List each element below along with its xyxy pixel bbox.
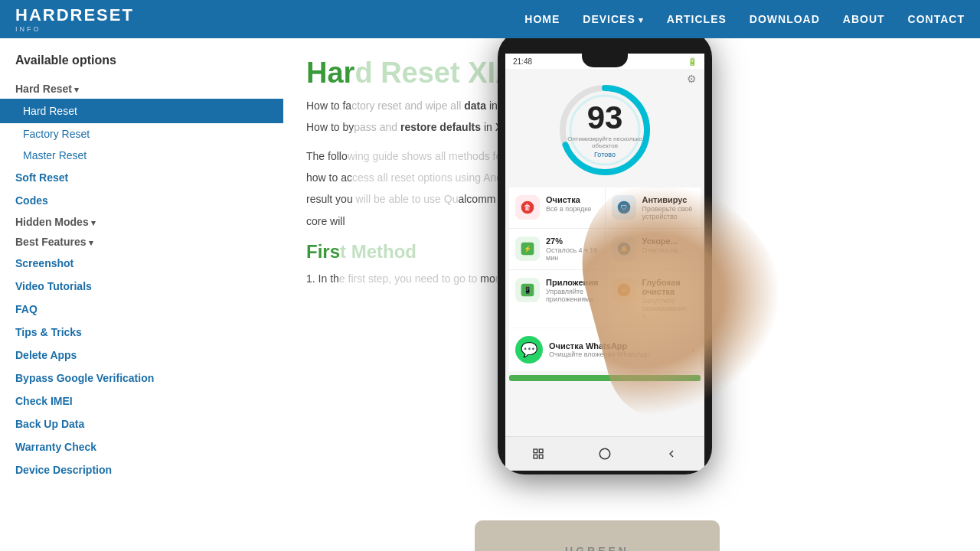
nav-home[interactable]: HOME bbox=[524, 13, 560, 25]
svg-text:🗑: 🗑 bbox=[524, 203, 531, 211]
nav-devices[interactable]: DEVICES bbox=[583, 13, 644, 25]
sidebar-item-check-imei[interactable]: Check IMEI bbox=[0, 390, 283, 412]
apps-icon: 📱 bbox=[515, 278, 540, 302]
whatsapp-icon: 💬 bbox=[515, 336, 543, 364]
logo[interactable]: HARDRESET INFO bbox=[15, 5, 134, 33]
svg-rect-18 bbox=[540, 455, 544, 458]
phone-bottom-nav bbox=[505, 436, 704, 471]
svg-text:⚡: ⚡ bbox=[524, 245, 532, 253]
sidebar-item-hard-reset[interactable]: Hard Reset bbox=[0, 99, 283, 123]
phone-stand: UGREEN bbox=[475, 520, 720, 551]
sidebar-item-warranty-check[interactable]: Warranty Check bbox=[0, 435, 283, 458]
status-icons: 🔋 bbox=[688, 57, 697, 66]
sidebar-group-best-features[interactable]: Best Features bbox=[0, 232, 283, 252]
sidebar-item-device-description[interactable]: Device Description bbox=[0, 458, 283, 481]
sidebar-item-master-reset[interactable]: Master Reset bbox=[0, 145, 283, 166]
nav-contact[interactable]: CONTACT bbox=[908, 13, 965, 25]
sidebar-item-faq[interactable]: FAQ bbox=[0, 298, 283, 321]
score-label: Оптимизируйте несколько объектов bbox=[555, 135, 655, 149]
battery-icon: ⚡ bbox=[515, 236, 540, 261]
sidebar-item-soft-reset[interactable]: Soft Reset bbox=[0, 166, 283, 189]
sidebar: Available options Hard Reset Hard Reset … bbox=[0, 38, 283, 551]
nav-squares-icon[interactable] bbox=[531, 446, 546, 461]
nav-back-icon[interactable] bbox=[664, 446, 679, 461]
main-layout: Available options Hard Reset Hard Reset … bbox=[0, 38, 980, 551]
svg-point-19 bbox=[599, 448, 610, 459]
sidebar-group-hard-reset[interactable]: Hard Reset bbox=[0, 79, 283, 99]
grid-cell-clean[interactable]: 🗑 Очистка Всё в порядке bbox=[509, 187, 605, 228]
phone-notch bbox=[582, 54, 628, 67]
settings-icon[interactable]: ⚙ bbox=[687, 73, 697, 85]
sidebar-item-video-tutorials[interactable]: Video Tutorials bbox=[0, 275, 283, 298]
sidebar-item-screenshot[interactable]: Screenshot bbox=[0, 252, 283, 275]
sidebar-item-tips-tricks[interactable]: Tips & Tricks bbox=[0, 321, 283, 344]
score-section: 93 Оптимизируйте несколько объектов Гото… bbox=[505, 69, 704, 187]
sidebar-item-back-up-data[interactable]: Back Up Data bbox=[0, 412, 283, 435]
svg-rect-17 bbox=[534, 455, 537, 458]
phone-mockup: 21:48 🔋 ⚙ bbox=[490, 38, 720, 551]
svg-rect-15 bbox=[534, 449, 537, 453]
svg-text:📱: 📱 bbox=[524, 286, 532, 295]
sidebar-item-bypass-google[interactable]: Bypass Google Verification bbox=[0, 367, 283, 390]
score-circle: 93 Оптимизируйте несколько объектов Гото… bbox=[555, 80, 655, 180]
nav-articles[interactable]: ARTICLES bbox=[667, 13, 727, 25]
main-content: Hard Reset XIAOMI Redmi 7 How to factory… bbox=[283, 38, 980, 551]
header: HARDRESET INFO HOME DEVICES ARTICLES DOW… bbox=[0, 0, 980, 38]
score-button[interactable]: Готово bbox=[555, 151, 655, 158]
score-number: 93 bbox=[555, 102, 655, 134]
svg-rect-16 bbox=[540, 449, 544, 453]
nav-about[interactable]: ABOUT bbox=[843, 13, 885, 25]
sidebar-group-hidden-modes[interactable]: Hidden Modes bbox=[0, 212, 283, 232]
sidebar-item-delete-apps[interactable]: Delete Apps bbox=[0, 344, 283, 367]
clean-icon: 🗑 bbox=[515, 195, 540, 220]
sidebar-title: Available options bbox=[0, 54, 283, 79]
sidebar-item-factory-reset[interactable]: Factory Reset bbox=[0, 123, 283, 145]
nav-home-icon[interactable] bbox=[597, 446, 612, 461]
sidebar-item-codes[interactable]: Codes bbox=[0, 189, 283, 212]
nav: HOME DEVICES ARTICLES DOWNLOAD ABOUT CON… bbox=[524, 13, 965, 25]
clean-text: Очистка Всё в порядке bbox=[546, 195, 599, 213]
stand-label: UGREEN bbox=[565, 545, 629, 551]
logo-sub: INFO bbox=[15, 25, 134, 33]
nav-download[interactable]: DOWNLOAD bbox=[750, 13, 820, 25]
status-time: 21:48 bbox=[513, 57, 532, 66]
